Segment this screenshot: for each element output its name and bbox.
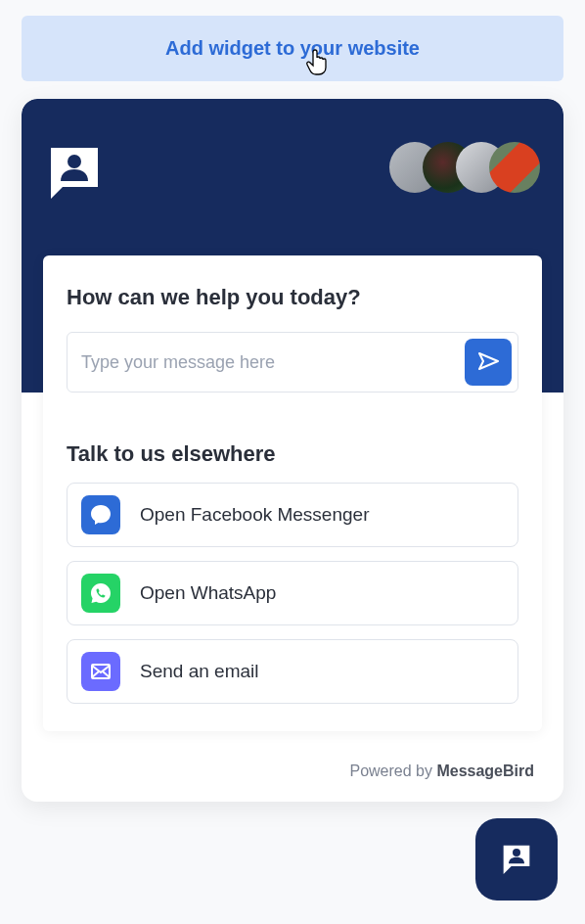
messenger-icon <box>81 495 120 534</box>
chat-widget-card: How can we help you today? Talk to us el… <box>22 99 563 802</box>
agent-avatars <box>389 142 540 193</box>
chat-logo-icon <box>45 142 104 201</box>
avatar <box>489 142 540 193</box>
send-button[interactable] <box>465 339 512 386</box>
svg-point-3 <box>513 849 520 856</box>
message-input[interactable] <box>81 352 465 373</box>
add-widget-button[interactable]: Add widget to your website <box>22 16 563 81</box>
email-icon <box>81 652 120 691</box>
widget-heading: How can we help you today? <box>67 285 518 310</box>
widget-footer: Powered by MessageBird <box>22 731 563 802</box>
send-icon <box>476 349 500 376</box>
whatsapp-icon <box>81 574 120 613</box>
footer-prefix: Powered by <box>349 762 436 779</box>
channel-label: Send an email <box>140 661 258 682</box>
channel-messenger-button[interactable]: Open Facebook Messenger <box>67 483 518 547</box>
widget-body: How can we help you today? Talk to us el… <box>43 255 542 731</box>
channel-label: Open Facebook Messenger <box>140 504 369 526</box>
svg-point-0 <box>68 155 81 168</box>
footer-brand: MessageBird <box>436 762 534 779</box>
channel-whatsapp-button[interactable]: Open WhatsApp <box>67 561 518 625</box>
channel-email-button[interactable]: Send an email <box>67 639 518 704</box>
channel-label: Open WhatsApp <box>140 582 276 604</box>
widget-header <box>22 99 563 255</box>
elsewhere-heading: Talk to us elsewhere <box>67 441 518 467</box>
chat-launcher-button[interactable] <box>475 818 558 901</box>
message-input-row <box>67 332 518 393</box>
chat-launcher-icon <box>497 839 536 881</box>
add-widget-label: Add widget to your website <box>165 37 420 59</box>
